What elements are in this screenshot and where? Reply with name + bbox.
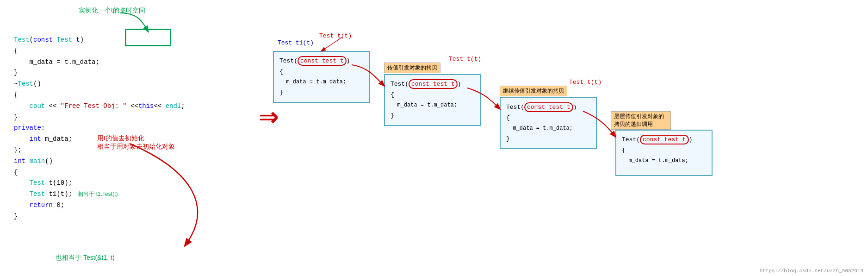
label-copy-3: 层层传值引发对象的拷贝的递归调用 [611,111,671,130]
const-highlight-4: const test t [640,135,689,144]
left-panel: 实例化一个t的临时空间 Test(const Test t) { m_data … [0,0,250,276]
label-tt-1: Test t(t) [319,32,352,39]
url-text: https://blog.csdn.net/u/zh_5052913 [760,268,863,274]
const-highlight-2: const test t [409,79,458,89]
code-box-4: Test(const test t) { m_data = t.m_data; [615,130,713,176]
annotation-init: 用t的值去初始化 相当于用对象去初始化对象 [97,134,175,151]
annotation-temp: 实例化一个t的临时空间 [79,6,145,15]
label-copy-1: 传值引发对象的拷贝 [384,63,440,73]
code-box-3: Test(const test t) { m_data = t.m_data; … [500,97,597,149]
label-copy-2: 继续传值引发对象的拷贝 [500,86,567,96]
code-box-2: Test(const test t) { m_data = t.m_data; … [384,74,481,126]
label-t1t: Test t1(t) [278,39,314,46]
label-tt-3: Test t(t) [569,79,601,86]
annotation-equiv: 也相当于 Test(&t1, t) [56,254,115,262]
const-highlight-1: const test t [298,56,347,66]
code-block: Test(const Test t) { m_data = t.m_data; … [14,35,236,222]
main-container: 实例化一个t的临时空间 Test(const Test t) { m_data … [0,0,868,276]
code-box-1: Test(const test t) { m_data = t.m_data; … [273,51,370,103]
const-highlight-3: const test t [524,102,573,112]
green-rect-temp [125,29,171,46]
right-panel: Test(const test t) { m_data = t.m_data; … [250,0,868,276]
label-tt-2: Test t(t) [449,56,481,63]
